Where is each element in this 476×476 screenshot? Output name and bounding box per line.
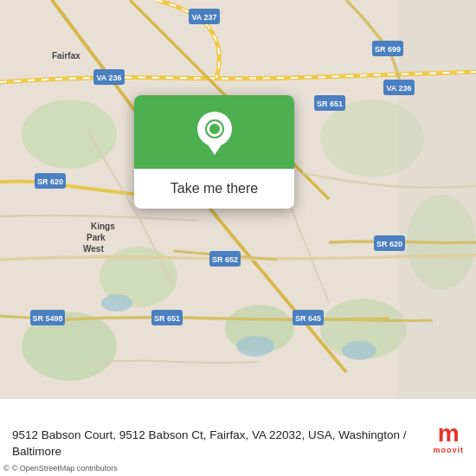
svg-point-11 [342,341,376,360]
svg-point-9 [101,294,132,312]
svg-text:SR 652: SR 652 [212,255,238,264]
svg-text:SR 651: SR 651 [154,314,180,323]
svg-text:SR 5498: SR 5498 [32,314,62,323]
location-pin-icon [197,112,232,153]
svg-text:SR 699: SR 699 [375,45,401,54]
copyright-text: © OpenStreetMap contributors [12,463,118,474]
svg-text:VA 236: VA 236 [96,74,121,82]
svg-point-10 [236,336,274,357]
moovit-m-icon: m [438,421,460,446]
take-me-there-button[interactable]: Take me there [164,181,265,196]
moovit-brand-text: moovit [433,446,464,454]
svg-text:SR 620: SR 620 [37,177,63,186]
svg-rect-8 [398,0,476,398]
svg-text:SR 620: SR 620 [376,240,402,248]
moovit-logo: m moovit [433,421,464,454]
info-bar: © © OpenStreetMap contributors 9512 Babs… [0,398,476,476]
svg-text:VA 237: VA 237 [191,13,216,22]
copyright-notice: © © OpenStreetMap contributors [3,463,118,474]
svg-text:Fairfax: Fairfax [52,51,80,61]
svg-text:Kings: Kings [91,222,115,231]
svg-text:SR 645: SR 645 [295,314,321,323]
svg-text:VA 236: VA 236 [386,84,411,93]
svg-text:West: West [83,244,104,254]
svg-text:Park: Park [87,233,106,242]
svg-text:SR 651: SR 651 [317,100,343,108]
svg-point-1 [22,100,117,169]
popup-card: Take me there [134,95,294,209]
popup-header [134,95,294,169]
map-container: VA 237 VA 236 VA 236 SR 699 SR 651 SR 62… [0,0,476,398]
address-text: 9512 Babson Court, 9512 Babson Ct, Fairf… [12,428,424,460]
